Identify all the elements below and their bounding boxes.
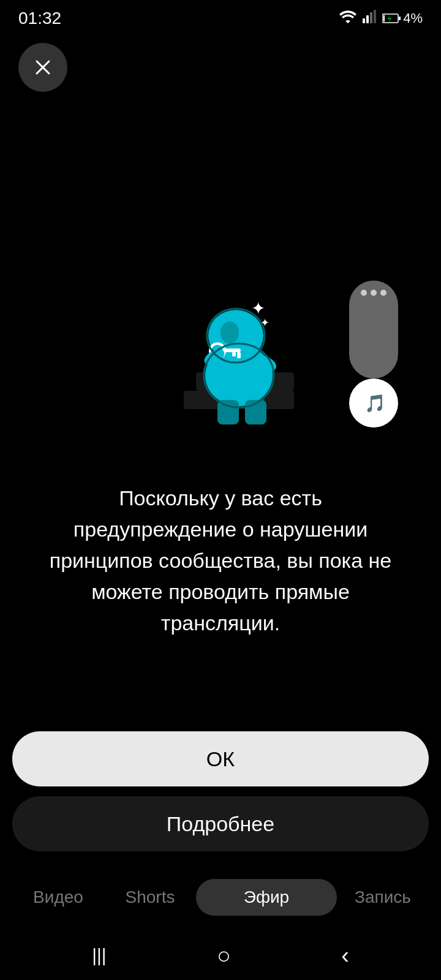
more-options-button[interactable] [349, 281, 398, 379]
violation-illustration: ✦ ✦ [123, 256, 318, 452]
nav-item-efir[interactable]: Эфир [196, 879, 337, 916]
wifi-icon [339, 10, 356, 27]
signal-icon [363, 10, 376, 27]
dot-2 [371, 290, 377, 296]
svg-rect-2 [370, 12, 372, 23]
dot-3 [380, 290, 386, 296]
buttons-area: ОК Подробнее [0, 731, 441, 851]
status-icons: 4% [339, 10, 423, 27]
recent-apps-button[interactable]: ||| [92, 945, 106, 966]
status-time: 01:32 [18, 9, 61, 28]
svg-rect-5 [383, 15, 385, 22]
side-controls: 🎵 [349, 281, 398, 428]
svg-rect-6 [399, 17, 401, 20]
svg-rect-18 [237, 352, 241, 358]
nav-label-shorts: Shorts [126, 888, 175, 907]
android-nav-bar: ||| ○ ‹ [0, 931, 441, 980]
svg-rect-1 [366, 15, 369, 23]
svg-rect-17 [222, 349, 241, 352]
svg-rect-3 [374, 10, 376, 23]
illustration-wrapper: ✦ ✦ [24, 256, 417, 452]
back-button[interactable]: ‹ [341, 943, 349, 969]
dot-1 [361, 290, 367, 296]
nav-item-zapis[interactable]: Запись [337, 888, 429, 907]
nav-label-video: Видео [33, 888, 83, 907]
nav-label-zapis: Запись [355, 888, 411, 907]
svg-text:🎵: 🎵 [364, 393, 386, 413]
home-button[interactable]: ○ [217, 943, 231, 969]
bottom-nav: Видео Shorts Эфир Запись [0, 864, 441, 931]
more-dots [361, 290, 386, 296]
nav-label-efir: Эфир [244, 888, 289, 907]
status-bar: 01:32 4% [0, 0, 441, 37]
learn-more-button[interactable]: Подробнее [12, 796, 429, 851]
nav-item-video[interactable]: Видео [12, 888, 104, 907]
restriction-message: Поскольку у вас есть предупреждение о на… [43, 483, 398, 639]
battery-percent: 4% [403, 10, 423, 26]
svg-rect-19 [232, 352, 236, 356]
battery-icon: 4% [382, 10, 423, 26]
close-button[interactable] [18, 43, 67, 92]
svg-rect-0 [363, 18, 365, 23]
svg-point-13 [221, 322, 239, 344]
nav-item-shorts[interactable]: Shorts [104, 888, 196, 907]
music-button[interactable]: 🎵 [349, 379, 398, 428]
ok-button[interactable]: ОК [12, 731, 429, 786]
